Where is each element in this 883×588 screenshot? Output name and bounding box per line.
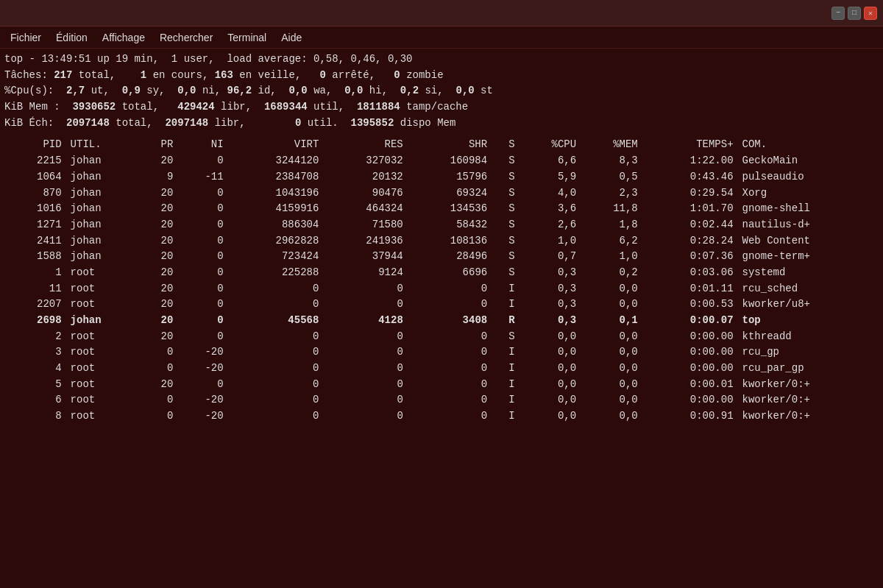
cell-com: systemd xyxy=(738,265,879,281)
cell-temps: 0:07.36 xyxy=(642,249,738,265)
cell-mem: 1,0 xyxy=(581,249,642,265)
cell-virt: 723424 xyxy=(228,249,324,265)
cell-virt: 0 xyxy=(228,329,324,345)
stat-line-tasks: Tâches: 217 total, 1 en cours, 163 en ve… xyxy=(4,68,879,84)
cell-s: S xyxy=(492,201,519,217)
cell-res: 0 xyxy=(323,408,407,425)
cell-cpu: 0,3 xyxy=(519,297,581,313)
cell-res: 0 xyxy=(323,297,407,313)
cell-ni: 0 xyxy=(177,185,227,202)
minimize-button[interactable]: − xyxy=(831,7,845,20)
menu-item-affichage[interactable]: Affichage xyxy=(95,30,152,45)
cell-cpu: 0,3 xyxy=(519,313,581,329)
cell-s: I xyxy=(492,377,519,393)
table-row: 5root200000I0,00,00:00.01kworker/0:+ xyxy=(4,377,879,393)
cell-pid: 4 xyxy=(4,361,66,377)
table-row: 2215johan2003244120327032160984S6,68,31:… xyxy=(4,153,879,169)
cell-shr: 28496 xyxy=(408,249,492,265)
cell-res: 4128 xyxy=(323,313,407,329)
cell-temps: 0:01.11 xyxy=(642,281,738,297)
cell-util: johan xyxy=(66,217,139,233)
menu-item-rechercher[interactable]: Rechercher xyxy=(152,30,220,45)
cell-util: root xyxy=(66,281,139,297)
cell-virt: 0 xyxy=(228,281,324,297)
col-header-res: RES xyxy=(323,137,407,153)
cell-shr: 6696 xyxy=(408,265,492,281)
cell-shr: 0 xyxy=(408,297,492,313)
cell-util: root xyxy=(66,265,139,281)
col-header-virt: VIRT xyxy=(228,137,324,153)
cell-virt: 0 xyxy=(228,344,324,361)
cell-ni: 0 xyxy=(177,297,227,313)
menu-item-dition[interactable]: Édition xyxy=(49,30,95,45)
cell-shr: 0 xyxy=(408,408,492,425)
cell-com: kworker/0:+ xyxy=(738,392,879,408)
cell-mem: 0,5 xyxy=(581,169,642,185)
menu-item-fichier[interactable]: Fichier xyxy=(3,30,49,45)
cell-shr: 58432 xyxy=(408,217,492,233)
cell-pr: 20 xyxy=(139,281,178,297)
cell-pr: 0 xyxy=(139,344,178,361)
cell-ni: -20 xyxy=(177,361,227,377)
cell-ni: -20 xyxy=(177,392,227,408)
menubar: FichierÉditionAffichageRechercherTermina… xyxy=(0,26,883,49)
cell-temps: 0:28.24 xyxy=(642,233,738,249)
cell-s: I xyxy=(492,297,519,313)
cell-temps: 0:00.00 xyxy=(642,329,738,345)
cell-com: rcu_sched xyxy=(738,281,879,297)
cell-util: root xyxy=(66,377,139,393)
cell-cpu: 0,3 xyxy=(519,281,581,297)
cell-cpu: 0,0 xyxy=(519,377,581,393)
cell-temps: 1:22.00 xyxy=(642,153,738,169)
close-button[interactable]: ✕ xyxy=(864,7,877,20)
cell-com: rcu_gp xyxy=(738,344,879,361)
cell-pr: 20 xyxy=(139,313,178,329)
cell-mem: 0,1 xyxy=(581,313,642,329)
cell-mem: 8,3 xyxy=(581,153,642,169)
cell-shr: 0 xyxy=(408,281,492,297)
col-header-pid: PID xyxy=(4,137,66,153)
cell-pid: 1271 xyxy=(4,217,66,233)
cell-virt: 225288 xyxy=(228,265,324,281)
cell-cpu: 0,3 xyxy=(519,265,581,281)
cell-s: I xyxy=(492,361,519,377)
cell-pr: 20 xyxy=(139,201,178,217)
cell-pid: 2698 xyxy=(4,313,66,329)
cell-res: 0 xyxy=(323,329,407,345)
cell-res: 0 xyxy=(323,392,407,408)
cell-temps: 0:00.00 xyxy=(642,392,738,408)
cell-temps: 1:01.70 xyxy=(642,201,738,217)
table-row: 11root200000I0,30,00:01.11rcu_sched xyxy=(4,281,879,297)
cell-pr: 20 xyxy=(139,249,178,265)
cell-res: 327032 xyxy=(323,153,407,169)
cell-pid: 1064 xyxy=(4,169,66,185)
cell-temps: 0:43.46 xyxy=(642,169,738,185)
stat-line-cpu: %Cpu(s): 2,7 ut, 0,9 sy, 0,0 ni, 96,2 id… xyxy=(4,83,879,99)
cell-mem: 0,0 xyxy=(581,392,642,408)
cell-virt: 2962828 xyxy=(228,233,324,249)
cell-virt: 45568 xyxy=(228,313,324,329)
cell-s: I xyxy=(492,344,519,361)
menu-item-terminal[interactable]: Terminal xyxy=(220,30,274,45)
cell-ni: 0 xyxy=(177,265,227,281)
cell-temps: 0:03.06 xyxy=(642,265,738,281)
cell-virt: 0 xyxy=(228,377,324,393)
cell-mem: 0,0 xyxy=(581,361,642,377)
cell-mem: 6,2 xyxy=(581,233,642,249)
cell-s: S xyxy=(492,185,519,202)
maximize-button[interactable]: □ xyxy=(848,7,861,20)
table-row: 1588johan2007234243794428496S0,71,00:07.… xyxy=(4,249,879,265)
cell-cpu: 6,6 xyxy=(519,153,581,169)
menu-item-aide[interactable]: Aide xyxy=(274,30,309,45)
cell-com: top xyxy=(738,313,879,329)
stats-area: top - 13:49:51 up 19 min, 1 user, load a… xyxy=(4,52,879,131)
cell-cpu: 0,7 xyxy=(519,249,581,265)
cell-mem: 0,0 xyxy=(581,377,642,393)
cell-s: I xyxy=(492,281,519,297)
cell-ni: 0 xyxy=(177,249,227,265)
cell-com: Web Content xyxy=(738,233,879,249)
table-row: 1root20022528891246696S0,30,20:03.06syst… xyxy=(4,265,879,281)
cell-com: kworker/0:+ xyxy=(738,408,879,425)
cell-util: johan xyxy=(66,169,139,185)
cell-shr: 0 xyxy=(408,361,492,377)
